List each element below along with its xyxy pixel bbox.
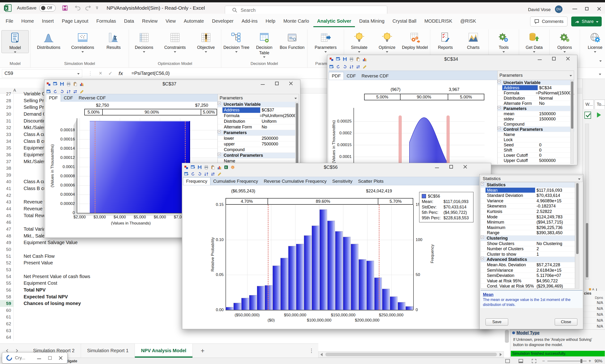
fliph-icon[interactable] [356, 65, 360, 69]
normal-view-icon[interactable] [505, 359, 510, 363]
param-row-range[interactable]: Range$390,383,450 [481, 230, 575, 235]
chart-icon[interactable] [217, 165, 222, 169]
insert-function-button[interactable]: fx [118, 71, 123, 76]
save-icon[interactable] [62, 5, 68, 11]
save-icon[interactable] [197, 165, 202, 169]
close-button[interactable]: Close [555, 318, 577, 325]
scrollbar-thumb[interactable] [325, 353, 497, 356]
row-number[interactable]: 27 [0, 91, 14, 97]
winnew-icon[interactable] [184, 172, 189, 176]
percentile-marker-label[interactable]: (967) [391, 87, 400, 92]
ribbon-tab-insert[interactable]: Insert [38, 16, 58, 27]
c37-maximize-icon[interactable] [275, 82, 279, 85]
row-number[interactable]: 46 [0, 219, 14, 226]
param-row-minimum[interactable]: Minimum($94,157,715) [481, 220, 575, 225]
chart-icon[interactable] [362, 57, 367, 61]
flipv-icon[interactable] [349, 65, 354, 69]
palette-icon[interactable] [46, 81, 51, 86]
param-value[interactable]: 2500000 [260, 136, 280, 141]
ribbon-button-deploy-model[interactable]: Deploy Model [401, 30, 429, 50]
param-value[interactable]: 2.52822 [535, 209, 553, 214]
row-number[interactable]: 58 [0, 293, 14, 300]
zoom-slider[interactable] [547, 361, 587, 361]
run-play-icon[interactable] [597, 112, 601, 117]
ribbon-button-license[interactable]: License [581, 30, 605, 53]
row-label[interactable]: Net Present Value of cash flows [24, 273, 90, 280]
row-label[interactable]: Equipment Cost [24, 280, 57, 286]
cry-minimize-icon[interactable] [37, 357, 41, 359]
minimize-button[interactable] [572, 7, 577, 11]
winnew-icon[interactable] [46, 89, 51, 94]
ribbon-tab--risk[interactable]: @RISK [457, 16, 480, 27]
percentile-band-handle[interactable] [447, 116, 450, 164]
param-value[interactable]: $117,016,093 [535, 188, 564, 193]
param-value[interactable]: =PsiNormal(150000... [534, 91, 574, 95]
winnew-icon[interactable] [53, 81, 58, 86]
ribbon-button-model[interactable]: Model [1, 30, 29, 53]
ribbon-tab-home[interactable]: Home [17, 16, 38, 27]
param-row-kurtosis[interactable]: Kurtosis2.52822 [481, 209, 575, 214]
param-row-skewness[interactable]: Skewness-0.182374 [481, 204, 575, 209]
next-sheet-icon[interactable] [15, 349, 18, 352]
ribbon-button-distributions[interactable]: Distributions [32, 30, 66, 50]
formula-bar-expand-icon[interactable] [599, 74, 601, 75]
c56-title-bar[interactable]: X $C$56 [182, 163, 491, 172]
param-value[interactable]: 1 [535, 252, 540, 257]
param-value[interactable]: 0 [538, 142, 543, 147]
tab-cumulative-frequency[interactable]: Cumulative Frequency [210, 178, 261, 185]
zoom-level[interactable]: 90% [595, 359, 602, 363]
ribbon-button-charts[interactable]: Charts [460, 30, 487, 50]
row-number[interactable]: 45 [0, 212, 14, 219]
rotl-icon[interactable] [53, 89, 58, 94]
row-label[interactable]: Expected Total NPV [24, 293, 68, 300]
ribbon-collapse-icon[interactable] [599, 60, 602, 62]
winnew-icon[interactable] [336, 57, 341, 61]
param-value[interactable]: $4,950,722 [535, 278, 559, 284]
ribbon-tab-analytic-solver[interactable]: Analytic Solver [313, 16, 355, 27]
row-number[interactable]: 42 [0, 192, 14, 199]
row-number[interactable]: 56 [0, 286, 14, 293]
ribbon-button-objective[interactable]: Objective [192, 30, 220, 53]
percentile-marker-label[interactable]: $2,750 [96, 103, 109, 108]
excel-icon[interactable]: X [224, 165, 228, 169]
param-value[interactable] [260, 147, 263, 153]
print-icon[interactable] [204, 165, 209, 169]
confirm-formula-icon[interactable]: ✓ [108, 71, 112, 76]
param-row-maximum[interactable]: Maximum$296,225,736 [481, 225, 575, 230]
param-value[interactable] [538, 137, 540, 142]
ribbon-button-results[interactable]: ΣResults [100, 30, 127, 50]
param-row-cluster-to-show[interactable]: Cluster to show1 [481, 252, 575, 257]
quick-access-chevron-icon[interactable]: ▾ [96, 7, 98, 9]
pencil-icon[interactable] [217, 172, 222, 176]
row-number[interactable]: 43 [0, 198, 14, 205]
ribbon-button-decisions[interactable]: Decisions [130, 30, 158, 53]
row-number[interactable]: 41 [0, 185, 14, 192]
percentile-marker-label[interactable]: 3,967 [449, 87, 459, 92]
crystal-ball-window[interactable]: Cry... [2, 352, 67, 364]
cancel-formula-icon[interactable]: × [99, 70, 102, 77]
row-number[interactable]: 31 [0, 117, 14, 124]
param-group-parameters[interactable]: −Parameters [498, 106, 574, 111]
param-value[interactable]: 5000000 [538, 158, 557, 163]
param-row-mean[interactable]: Mean$117,016,093 [481, 188, 575, 193]
row-number[interactable]: 34 [0, 138, 14, 145]
param-row-shift[interactable]: Shift0 [498, 147, 574, 153]
row-label[interactable]: Chances of losing money [24, 300, 81, 307]
percentile-marker-line[interactable] [95, 121, 95, 213]
param-value[interactable]: 0 [538, 147, 543, 153]
excel-check-icon[interactable] [584, 111, 592, 119]
row-number[interactable]: 59 [0, 300, 14, 307]
row-number[interactable]: 51 [0, 253, 14, 260]
param-row-lower[interactable]: lower2500000 [218, 136, 299, 141]
param-row-lock[interactable]: Lock [498, 137, 574, 142]
close-button[interactable] [597, 7, 602, 11]
ribbon-tab-data-mining[interactable]: Data Mining [355, 16, 388, 27]
page-layout-view-icon[interactable] [519, 359, 523, 363]
tab-frequency[interactable]: Frequency [183, 177, 210, 185]
param-value[interactable]: 2 [535, 246, 540, 251]
param-row-upper[interactable]: upper7500000 [218, 141, 299, 147]
ribbon-button-reports[interactable]: Reports [432, 30, 459, 50]
percentile-marker-line[interactable] [268, 205, 268, 310]
scroll-left-icon[interactable] [320, 353, 323, 356]
row-number[interactable]: 49 [0, 239, 14, 246]
